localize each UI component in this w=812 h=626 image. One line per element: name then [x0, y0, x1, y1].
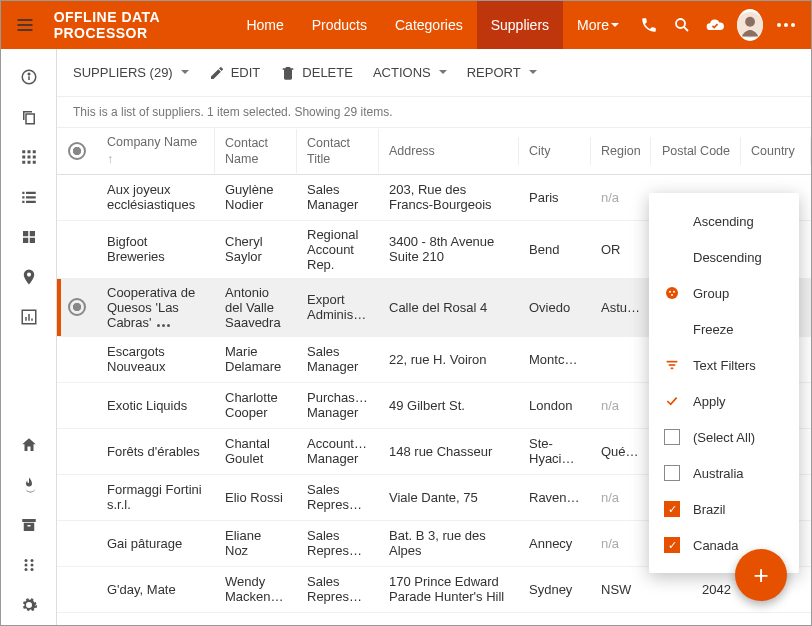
nav-suppliers[interactable]: Suppliers — [477, 1, 563, 49]
cell-address: Viale Dante, 75 — [379, 484, 519, 511]
suppliers-dropdown[interactable]: SUPPLIERS (29) — [73, 65, 189, 80]
menu-group[interactable]: Group — [649, 275, 799, 311]
svg-rect-14 — [22, 156, 25, 159]
cell-address: 707 Oxford Rd. — [379, 622, 519, 625]
avatar[interactable] — [737, 9, 763, 41]
menu-select-all[interactable]: (Select All) — [649, 419, 799, 455]
cell-contact: Wendy Mackenzie — [215, 568, 297, 610]
phone-icon[interactable] — [633, 16, 666, 34]
row-select[interactable] — [68, 298, 86, 316]
cell-region: n/a — [591, 392, 651, 419]
svg-rect-24 — [22, 201, 24, 203]
side-settings-icon[interactable] — [1, 585, 57, 625]
checkbox-icon — [664, 465, 680, 481]
table-row[interactable]: G'day, MateWendy MackenzieSales Represen… — [57, 567, 811, 613]
cell-company: Exotic Liquids — [97, 392, 215, 419]
cell-company: Forêts d'érables — [97, 438, 215, 465]
col-region[interactable]: Region — [591, 137, 651, 165]
svg-point-46 — [671, 294, 673, 296]
svg-rect-17 — [22, 161, 25, 164]
svg-rect-36 — [27, 525, 30, 527]
svg-point-3 — [676, 19, 685, 28]
menu-ascending[interactable]: Ascending — [649, 203, 799, 239]
side-drag-icon[interactable] — [1, 545, 57, 585]
cell-region: n/a — [591, 184, 651, 211]
side-copy-icon[interactable] — [1, 97, 57, 137]
svg-rect-28 — [23, 238, 28, 243]
svg-rect-27 — [29, 231, 34, 236]
cell-contact: Elio Rossi — [215, 484, 297, 511]
svg-point-37 — [24, 559, 27, 562]
cell-title: Export Administrator — [297, 286, 379, 328]
check-icon — [663, 393, 681, 409]
cell-region — [591, 353, 651, 365]
menu-descending[interactable]: Descending — [649, 239, 799, 275]
side-place-icon[interactable] — [1, 257, 57, 297]
nav-categories[interactable]: Categories — [381, 1, 477, 49]
table-row[interactable]: Grandma Kelly'sReginaSales707 Oxford Rd.… — [57, 613, 811, 625]
app-title: OFFLINE DATA PROCESSOR — [42, 9, 233, 41]
sort-asc-icon: ↑ — [107, 152, 204, 168]
add-fab[interactable]: + — [735, 549, 787, 601]
cell-city: Bend — [519, 236, 591, 263]
menu-filter-option[interactable]: Australia — [649, 455, 799, 491]
svg-line-4 — [684, 27, 688, 31]
cell-title: Sales Manager — [297, 176, 379, 218]
cell-contact: Guylène Nodier — [215, 176, 297, 218]
report-dropdown[interactable]: REPORT — [467, 65, 537, 80]
side-fire-icon[interactable] — [1, 465, 57, 505]
svg-point-43 — [666, 287, 678, 299]
col-contact[interactable]: Contact Name — [215, 129, 297, 174]
cell-address: Calle del Rosal 4 — [379, 294, 519, 321]
svg-point-6 — [745, 17, 755, 27]
overflow-icon[interactable] — [769, 23, 803, 27]
side-info-icon[interactable] — [1, 57, 57, 97]
svg-rect-26 — [23, 231, 28, 236]
nav-home[interactable]: Home — [232, 1, 297, 49]
cell-address: 22, rue H. Voiron — [379, 346, 519, 373]
nav-more[interactable]: More — [563, 1, 633, 49]
svg-rect-29 — [29, 238, 34, 243]
svg-point-45 — [673, 291, 675, 293]
delete-button[interactable]: DELETE — [280, 65, 353, 81]
menu-text-filters[interactable]: Text Filters — [649, 347, 799, 383]
app-bar: OFFLINE DATA PROCESSOR Home Products Cat… — [1, 1, 811, 49]
side-chart-icon[interactable] — [1, 297, 57, 337]
search-icon[interactable] — [666, 16, 699, 34]
col-city[interactable]: City — [519, 137, 591, 165]
col-title[interactable]: Contact Title — [297, 129, 379, 174]
menu-apply[interactable]: Apply — [649, 383, 799, 419]
edit-button[interactable]: EDIT — [209, 65, 261, 81]
svg-point-41 — [24, 568, 27, 571]
cell-contact: Chantal Goulet — [215, 430, 297, 472]
svg-rect-25 — [26, 201, 36, 203]
col-company[interactable]: Company Name↑ — [97, 128, 215, 174]
menu-icon[interactable] — [9, 15, 42, 35]
side-list-icon[interactable] — [1, 177, 57, 217]
side-archive-icon[interactable] — [1, 505, 57, 545]
col-address[interactable]: Address — [379, 137, 519, 165]
svg-rect-16 — [32, 156, 35, 159]
svg-rect-18 — [27, 161, 30, 164]
cell-postal: 48104 — [651, 622, 741, 625]
side-grid-icon[interactable] — [1, 137, 57, 177]
col-country[interactable]: Country — [741, 137, 811, 165]
filter-icon — [663, 357, 681, 373]
svg-point-9 — [28, 73, 30, 75]
actions-dropdown[interactable]: ACTIONS — [373, 65, 447, 80]
cell-address: 148 rue Chasseur — [379, 438, 519, 465]
menu-freeze[interactable]: Freeze — [649, 311, 799, 347]
side-apps-icon[interactable] — [1, 217, 57, 257]
menu-filter-option[interactable]: Brazil — [649, 491, 799, 527]
nav-products[interactable]: Products — [298, 1, 381, 49]
col-postal[interactable]: Postal Code — [651, 137, 741, 165]
cell-city: Annecy — [519, 530, 591, 557]
select-all-toggle[interactable] — [68, 142, 86, 160]
cell-title: Sales Representati — [297, 522, 379, 564]
cell-city: London — [519, 392, 591, 419]
cell-region: n/a — [591, 484, 651, 511]
side-home-icon[interactable] — [1, 425, 57, 465]
row-more-icon[interactable] — [157, 324, 170, 327]
cloud-done-icon[interactable] — [698, 15, 731, 35]
cell-city: Montce… — [519, 346, 591, 373]
